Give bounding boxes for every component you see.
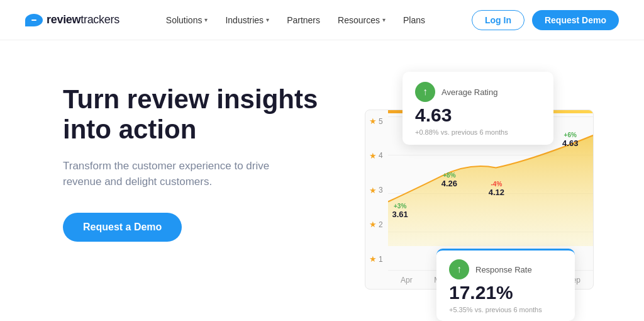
hero-cta-button[interactable]: Request a Demo bbox=[63, 213, 182, 242]
avg-rating-icon: ↑ bbox=[415, 82, 435, 102]
logo: reviewtrackers bbox=[25, 13, 119, 26]
logo-icon bbox=[25, 14, 43, 26]
hero-title: Turn review insights into action bbox=[63, 84, 365, 145]
avg-rating-change: +0.88% vs. previous 6 months bbox=[415, 128, 541, 136]
navbar: reviewtrackers Solutions▾ Industries▾ Pa… bbox=[0, 0, 644, 40]
login-button[interactable]: Log In bbox=[472, 10, 525, 30]
x-label-apr: Apr bbox=[401, 276, 413, 284]
avg-rating-card: ↑ Average Rating 4.63 +0.88% vs. previou… bbox=[402, 72, 553, 145]
hero-left: Turn review insights into action Transfo… bbox=[63, 72, 365, 242]
dp-jun: -4% 4.12 bbox=[489, 181, 504, 197]
dp-sep: +6% 4.63 bbox=[562, 132, 578, 148]
response-rate-label: Response Rate bbox=[475, 265, 532, 274]
dp-ma: +8% 4.26 bbox=[441, 172, 457, 188]
y-axis: ★5 ★4 ★3 ★2 ★1 bbox=[365, 110, 388, 270]
response-rate-value: 17.21% bbox=[449, 282, 562, 303]
nav-partners[interactable]: Partners bbox=[287, 15, 320, 25]
avg-rating-label: Average Rating bbox=[441, 87, 497, 97]
dp-apr: +3% 3.61 bbox=[392, 203, 408, 219]
response-rate-card: ↑ Response Rate 17.21% +5.35% vs. previo… bbox=[436, 249, 575, 321]
nav-links: Solutions▾ Industries▾ Partners Resource… bbox=[166, 15, 425, 25]
hero-section: Turn review insights into action Transfo… bbox=[0, 40, 644, 321]
nav-solutions[interactable]: Solutions▾ bbox=[166, 15, 208, 25]
response-rate-change: +5.35% vs. previous 6 months bbox=[449, 306, 562, 313]
nav-industries[interactable]: Industries▾ bbox=[225, 15, 269, 25]
response-rate-icon: ↑ bbox=[449, 259, 469, 279]
logo-text: reviewtrackers bbox=[47, 13, 119, 26]
nav-resources[interactable]: Resources▾ bbox=[338, 15, 386, 25]
avg-rating-value: 4.63 bbox=[415, 104, 541, 126]
nav-plans[interactable]: Plans bbox=[403, 15, 425, 25]
hero-right: ↑ Average Rating 4.63 +0.88% vs. previou… bbox=[365, 72, 594, 321]
request-demo-button[interactable]: Request Demo bbox=[532, 10, 619, 30]
nav-actions: Log In Request Demo bbox=[472, 10, 619, 30]
hero-subtitle: Transform the customer experience to dri… bbox=[63, 158, 302, 190]
